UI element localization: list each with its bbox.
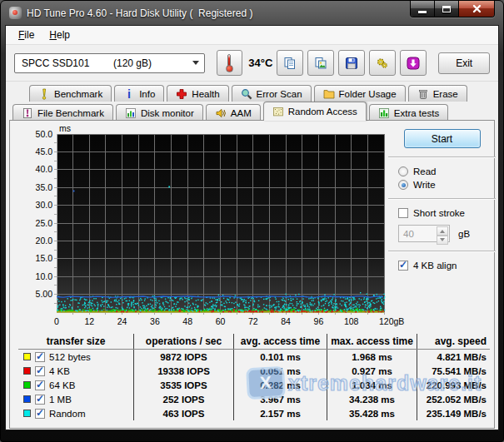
short-stroke-size-input[interactable]: 40 [398,225,450,242]
transfer-size-label: 64 KB [49,380,75,390]
tab-label: Info [139,89,155,99]
ops-cell: 252 IOPS [133,392,233,406]
save-button[interactable] [338,50,365,76]
benchmark-icon [38,88,50,100]
svg-text:10.0: 10.0 [36,271,53,281]
max-access-cell: 0.927 ms [327,364,417,378]
svg-text:36: 36 [150,316,160,326]
align-label: 4 KB align [413,261,457,271]
spinner-buttons [437,226,448,241]
random-access-panel: ms50.045.040.035.030.025.020.015.010.05.… [9,120,495,429]
options-button[interactable] [369,50,396,76]
transfer-size-cell: 4 KB [18,366,133,376]
tab-extra-tests[interactable]: Extra tests [369,104,448,121]
error-scan-icon [241,88,252,100]
close-button[interactable] [459,1,494,17]
tab-info[interactable]: iInfo [114,85,164,102]
write-label: Write [413,180,436,190]
read-label: Read [413,166,437,176]
tab-row-2: File BenchmarkDisk monitorAAMRandom Acce… [6,102,498,121]
svg-text:12: 12 [84,316,94,326]
exit-button[interactable]: Exit [438,52,490,74]
tab-folder-usage[interactable]: Folder Usage [314,85,406,102]
tab-file-benchmark[interactable]: File Benchmark [12,104,113,121]
avg-speed-cell: 252.052 MB/s [417,392,490,406]
align-checkbox[interactable]: 4 KB align [398,261,497,271]
tab-label: AAM [231,108,252,118]
disk-monitor-icon [125,107,137,119]
table-row: 512 bytes9872 IOPS0.101 ms1.968 ms4.821 … [18,350,490,364]
copy-image-button[interactable] [307,50,334,76]
read-radio[interactable]: Read [398,166,497,176]
ops-cell: 3535 IOPS [133,378,233,392]
tab-disk-monitor[interactable]: Disk monitor [116,104,203,121]
read-radio-circle [398,166,408,176]
tab-aam[interactable]: AAM [206,104,261,121]
svg-text:35.0: 35.0 [36,182,53,192]
minimize-button[interactable] [411,1,435,17]
svg-text:50.0: 50.0 [36,129,53,139]
transfer-size-label: 4 KB [49,366,70,376]
test-controls: Start Read Write Short stroke 40 [387,129,497,274]
spin-down-button[interactable] [437,236,448,245]
header-2: operations / sec [133,334,233,349]
tab-random-access[interactable]: Random Access [263,102,367,121]
short-stroke-checkbox[interactable]: Short stroke [398,208,497,218]
transfer-size-label: 1 MB [49,395,72,405]
row-checkbox[interactable] [35,395,45,405]
svg-text:i: i [127,88,131,100]
close-icon [472,4,482,13]
save-icon [345,57,358,70]
max-access-cell: 34.238 ms [327,392,417,406]
svg-text:24: 24 [117,316,127,326]
avg-access-cell: 0.051 ms [233,364,327,378]
title-bar[interactable]: HD Tune Pro 4.60 - Hard Disk Utility ( R… [1,1,503,25]
svg-text:5.00: 5.00 [36,289,53,299]
transfer-size-cell: Random [18,409,133,419]
drive-select[interactable]: SPCC SSD101 (120 gB) [14,53,205,73]
window-title: HD Tune Pro 4.60 - Hard Disk Utility ( R… [27,7,252,19]
row-checkbox[interactable] [35,409,45,419]
menu-file[interactable]: File [11,27,42,43]
legend-swatch [23,367,31,375]
latency-chart: ms50.045.040.035.030.025.020.015.010.05.… [15,124,405,332]
erase-icon [417,88,429,100]
copy-text-button[interactable] [277,50,303,76]
aam-icon [215,107,227,119]
capture-icon [407,57,420,70]
menu-help[interactable]: Help [42,27,77,43]
drive-name: SPCC SSD101 [22,57,89,69]
copy-icon [283,57,297,70]
maximize-button[interactable] [435,1,459,17]
transfer-size-cell: 1 MB [18,395,133,405]
write-radio[interactable]: Write [398,180,497,190]
tab-benchmark[interactable]: Benchmark [29,85,112,102]
max-access-cell: 1.034 ms [327,378,417,392]
header-5: avg. speed [417,334,490,349]
row-checkbox[interactable] [35,380,45,390]
transfer-size-label: 512 bytes [49,352,91,362]
temperature-button[interactable] [217,50,243,76]
tab-erase[interactable]: Erase [408,85,467,102]
tab-error-scan[interactable]: Error Scan [232,85,312,102]
svg-text:25.0: 25.0 [36,218,53,228]
random-access-icon [272,106,284,117]
client-area: FileHelp SPCC SSD101 (120 gB) 34°C Exit … [5,25,499,430]
avg-speed-cell: 75.541 MB/s [417,364,490,378]
row-checkbox[interactable] [35,366,45,376]
tab-health[interactable]: Health [167,85,228,102]
legend-swatch [23,381,31,389]
tab-label: Random Access [288,107,357,117]
thermometer-icon [225,54,233,72]
row-checkbox[interactable] [35,352,45,362]
svg-text:30.0: 30.0 [36,200,53,210]
header-1: transfer size [18,335,133,347]
app-window: HD Tune Pro 4.60 - Hard Disk Utility ( R… [0,0,504,442]
start-button[interactable]: Start [404,129,481,148]
avg-speed-cell: 4.821 MB/s [417,350,490,364]
toolbar-buttons [272,50,427,76]
legend-swatch [23,353,31,360]
spin-up-button[interactable] [437,226,448,236]
capture-button[interactable] [400,50,427,76]
table-row: 64 KB3535 IOPS0.282 ms1.034 ms220.993 MB… [18,378,490,392]
